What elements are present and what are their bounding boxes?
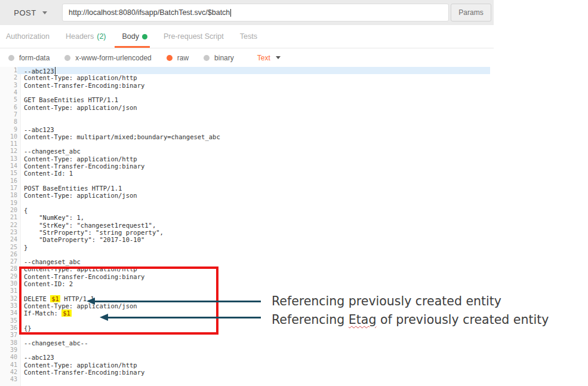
annotation-text-1: Referencing previously created entity [272,294,501,308]
code-line[interactable]: 38--changeset_abc-- [0,339,490,347]
tab-label: Authorization [6,32,50,41]
code-line[interactable]: 7 [0,111,490,118]
url-text: http://localhost:8080/ifsapp/BatchTest.s… [69,8,230,17]
line-number: 1 [0,67,17,74]
code-line[interactable]: 20{ [0,207,490,214]
code-segment: Content-Type: application/json [24,192,137,199]
line-number: 19 [0,200,17,207]
code-text [17,118,490,125]
params-label: Params [458,8,483,17]
radio-raw[interactable]: raw [167,54,189,62]
raw-format-dropdown[interactable]: Text [257,54,281,62]
code-segment: Content-ID: 2 [24,280,73,287]
postman-request-view: POST http://localhost:8080/ifsapp/BatchT… [0,0,588,386]
radio-label: binary [214,54,234,62]
code-line[interactable]: 15Content-Id: 1 [0,170,490,177]
code-text [17,200,490,207]
code-line[interactable]: 17POST BaseEntities HTTP/1.1 [0,185,490,192]
code-line[interactable]: 1--abc123 [0,67,490,74]
line-number: 40 [0,354,17,361]
code-line[interactable]: 23 "StrProperty": "string property", [0,229,490,236]
radio-icon [204,55,210,61]
code-line[interactable]: 43 [0,376,490,383]
radio-label: form-data [19,54,50,62]
line-number: 11 [0,140,17,148]
code-line[interactable]: 8 [0,118,490,125]
code-text [17,376,490,383]
code-line[interactable]: 12--changeset_abc [0,148,490,155]
code-line[interactable]: 14Content-Transfer-Encoding:binary [0,163,490,170]
body-modified-dot-icon [142,34,147,39]
params-button[interactable]: Params [451,4,491,22]
code-line[interactable]: 13Content-Type: application/http [0,155,490,163]
code-text: "NumKey": 1, [17,214,490,221]
code-text: Content-Type: application/http [17,155,490,163]
line-number: 10 [0,133,17,140]
annotation-text-2: Referencing Etag of previously created e… [272,313,549,327]
code-line[interactable]: 24 "DateProperty": "2017-10-10" [0,236,490,243]
body-type-options: form-data x-www-form-urlencoded raw bina… [0,48,494,67]
format-label: Text [257,54,270,62]
radio-icon [8,55,14,61]
line-number: 28 [0,265,17,272]
code-lines: 1--abc1232Content-Type: application/http… [0,67,490,383]
code-line[interactable]: 37 [0,332,490,339]
line-number: 38 [0,339,17,347]
tab-body[interactable]: Body [122,25,148,48]
code-line[interactable]: 5GET BaseEntities HTTP/1.1 [0,96,490,103]
radio-selected-icon [167,55,173,61]
code-line[interactable]: 41Content-Type: application/http [0,362,490,369]
code-line[interactable]: 26 [0,251,490,258]
code-segment: Content-Type: multipart/mixed;boundary=c… [24,133,220,140]
tab-pre-request-script[interactable]: Pre-request Script [164,25,224,48]
code-line[interactable]: 18Content-Type: application/json [0,192,490,199]
code-line[interactable]: 9--abc123 [0,126,490,133]
code-segment: --abc123 [24,68,54,75]
code-line[interactable]: 21 "NumKey": 1, [0,214,490,221]
line-number: 34 [0,310,17,317]
tab-tests[interactable]: Tests [240,25,257,48]
code-line[interactable]: 40--abc123 [0,354,490,361]
spellcheck-underlined-word: Etag [349,313,377,327]
code-line[interactable]: 3Content-Transfer-Encoding:binary [0,82,490,89]
code-text: Content-Id: 1 [17,170,490,177]
code-line[interactable]: 28Content-Type: application/http [0,265,490,272]
code-line[interactable]: 30Content-ID: 2 [0,280,490,287]
code-line[interactable]: 11 [0,140,490,148]
code-line[interactable]: 39 [0,347,490,354]
line-number: 42 [0,369,17,376]
code-line[interactable]: 27--changeset_abc [0,258,490,265]
code-segment: } [24,244,27,251]
code-line[interactable]: 6Content-Type: application/json [0,104,490,111]
code-line[interactable]: 22 "StrKey": "changeset1request1", [0,222,490,229]
code-line[interactable]: 25} [0,244,490,251]
line-number: 15 [0,170,17,177]
code-segment: Content-Type: application/http [24,265,137,272]
code-segment: "StrProperty": "string property", [24,229,164,236]
radio-form-data[interactable]: form-data [8,54,50,62]
radio-x-www-form-urlencoded[interactable]: x-www-form-urlencoded [64,54,151,62]
raw-body-editor[interactable]: 1--abc1232Content-Type: application/http… [0,67,490,386]
code-line[interactable]: 16 [0,177,490,185]
url-input[interactable]: http://localhost:8080/ifsapp/BatchTest.s… [62,4,449,22]
radio-icon [64,55,70,61]
code-line[interactable]: 2Content-Type: application/http [0,74,490,81]
code-line[interactable]: 4 [0,89,490,96]
code-line[interactable]: 29Content-Transfer-Encoding:binary [0,273,490,280]
code-line[interactable]: 42Content-Transfer-Encoding:binary [0,369,490,376]
code-segment: Content-Transfer-Encoding:binary [24,273,144,280]
code-line[interactable]: 10Content-Type: multipart/mixed;boundary… [0,133,490,140]
code-text: POST BaseEntities HTTP/1.1 [17,185,490,192]
tab-label: Body [122,32,140,41]
tab-authorization[interactable]: Authorization [6,25,50,48]
method-dropdown[interactable]: POST [0,0,61,25]
radio-label: x-www-form-urlencoded [75,54,151,62]
code-line[interactable]: 19 [0,200,490,207]
code-text [17,89,490,96]
radio-binary[interactable]: binary [204,54,234,62]
line-number: 30 [0,280,17,287]
radio-label: raw [177,54,189,62]
annotation-arrow-2-head-icon [100,314,108,321]
code-segment: Content-Type: application/http [24,155,137,163]
tab-headers[interactable]: Headers (2) [66,25,106,48]
